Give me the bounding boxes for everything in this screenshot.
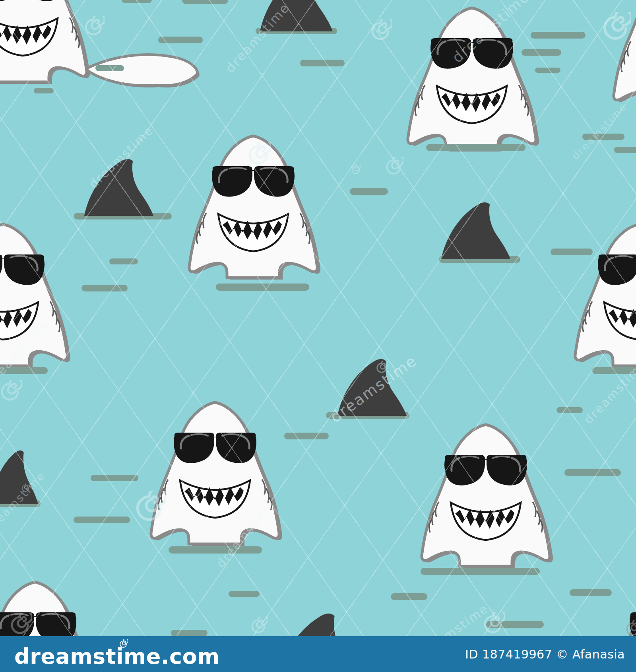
fin-left-mid: [84, 159, 153, 216]
water-dash: [350, 188, 388, 195]
waterline: [34, 88, 54, 93]
pattern-artwork: dreamstimedreamstimedreamstimedreamstime…: [0, 0, 636, 636]
shark-bottom-right: [422, 425, 553, 568]
water-dash: [95, 65, 124, 71]
fin-top: [260, 0, 333, 31]
shark-bottom-left: [151, 402, 282, 546]
image-credit: ID 187419967 © Afanasia: [465, 647, 625, 661]
fin-center: [337, 359, 407, 416]
water-dash: [300, 60, 345, 66]
water-dash: [391, 593, 427, 600]
water-dash: [522, 49, 561, 56]
water-dash: [486, 621, 544, 628]
water-dash: [570, 589, 612, 596]
water-dash: [284, 433, 329, 439]
waterline: [421, 568, 540, 575]
footer-bar: dreamstime.com ID 187419967 © Afanasia: [0, 636, 636, 672]
waterline: [0, 367, 48, 374]
waterline: [426, 144, 525, 151]
water-dash: [564, 469, 621, 476]
water-dash: [74, 517, 130, 523]
water-dash: [122, 0, 152, 3]
water-dash: [582, 134, 624, 140]
water-dash: [551, 249, 593, 255]
water-dash: [81, 285, 128, 291]
fin-bottom: [276, 614, 359, 636]
water-dash: [614, 147, 636, 153]
fin-left-edge: [0, 451, 38, 504]
stock-image-page: dreamstimedreamstimedreamstimedreamstime…: [0, 0, 636, 672]
water-dash: [109, 258, 138, 264]
water-dash: [91, 475, 138, 481]
shark-middle: [189, 136, 320, 280]
logo-spiral-icon: [118, 639, 128, 649]
waterline: [216, 284, 309, 291]
waterline: [592, 367, 636, 374]
shark-top-right: [408, 8, 539, 151]
shark-pattern-canvas: [0, 0, 636, 636]
dreamstime-logo: dreamstime.com: [14, 646, 220, 667]
shark-corner-bottom-left: [0, 582, 102, 636]
shark-corner-bottom-right: [607, 582, 636, 636]
waterline: [169, 546, 262, 554]
fin-right-mid: [441, 202, 510, 259]
water-dash: [556, 407, 583, 413]
shark-right-edge: [575, 224, 636, 368]
water-dash: [171, 630, 207, 636]
water-dash: [182, 0, 228, 4]
water-dash: [158, 37, 203, 43]
shark-top-left: [0, 0, 90, 84]
shark-corner-top-right: [614, 0, 636, 108]
shark-left-edge: [0, 224, 70, 368]
water-dash: [229, 591, 260, 597]
water-dash: [531, 32, 586, 39]
water-dash: [535, 68, 560, 73]
